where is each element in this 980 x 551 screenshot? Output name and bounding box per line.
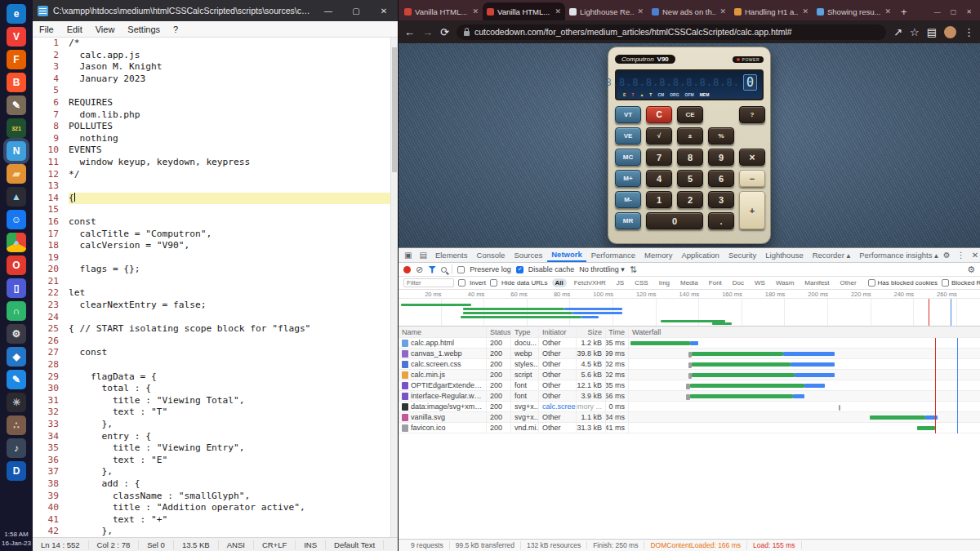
taskbar-icon[interactable]: e [7,4,26,24]
taskbar-icon[interactable]: D [7,461,26,481]
request-initiator[interactable]: Other [539,370,577,380]
code-editor[interactable]: 1 /* 2 calc.app.js 3 Jason M. Knight 4 J… [33,38,390,537]
taskbar-icon[interactable]: O [7,256,26,275]
devtools-tab[interactable]: Console [473,249,510,261]
column-type[interactable]: Type [511,327,539,337]
editor-scrollbar[interactable] [390,38,398,537]
network-request-row[interactable]: calc.screen.css 200 styles... Other 4.5 … [399,359,980,370]
taskbar-icon[interactable]: V [7,27,26,47]
network-request-row[interactable]: OPTIEdgarExtended-Regul... 200 font Othe… [399,380,980,391]
network-request-row[interactable]: interface-Regular.woff2 200 font Other 3… [399,391,980,402]
network-request-row[interactable]: data:image/svg+xml,... 200 svg+x... calc… [399,402,980,412]
devtools-corner-icon[interactable]: ✕ [972,251,978,260]
bookmark-star-icon[interactable]: ☆ [910,27,920,38]
menu-item[interactable]: ? [167,24,185,34]
column-initiator[interactable]: Initiator [539,327,577,337]
tab-close-icon[interactable]: ✕ [472,7,479,16]
browser-window-control[interactable]: ✕ [966,8,972,16]
devtools-corner-icon[interactable]: ⚙ [943,251,951,260]
request-initiator[interactable]: calc.screen... [539,402,577,411]
calc-key[interactable]: √ [646,127,672,144]
taskbar-icon[interactable]: ✳ [7,393,26,412]
network-request-row[interactable]: canvas_1.webp 200 webp Other 39.8 kB 99 … [399,349,980,359]
devtools-corner-icon[interactable]: ⋮ [957,251,965,260]
search-icon[interactable] [441,267,447,273]
network-request-row[interactable]: vanilla.svg 200 svg+x... Other 1.1 kB 34… [399,412,980,423]
window-control-button[interactable]: ✕ [370,0,398,21]
side-panel-icon[interactable]: ▤ [927,27,937,38]
filter-input[interactable] [403,278,454,287]
browser-tab[interactable]: Lighthouse Re... ✕ [565,2,648,20]
tab-close-icon[interactable]: ✕ [637,7,644,16]
devtools-tab[interactable]: Network [547,248,586,262]
scrollbar-thumb[interactable] [392,47,397,172]
import-export-icon[interactable]: ⇅ [630,265,637,274]
column-status[interactable]: Status [487,327,511,337]
browser-menu-icon[interactable]: ⋮ [964,27,974,38]
taskbar-clock[interactable]: 1:58 AM 16-Jan-23 [2,530,31,548]
table-header[interactable]: Name Status Type Initiator Size Time Wat… [399,327,980,338]
browser-window-control[interactable]: ▢ [951,8,957,16]
calc-key[interactable]: 4 [646,170,672,187]
menu-item[interactable]: Settings [121,24,167,34]
devtools-tab[interactable]: Memory [640,249,676,261]
calc-key[interactable]: 6 [708,170,734,187]
taskbar-icon[interactable]: ● [7,233,26,252]
type-filter-pill[interactable]: All [552,278,567,287]
taskbar-icon[interactable]: ▯ [7,278,26,298]
taskbar-icon[interactable]: ∩ [7,301,26,321]
extra-filter-checkbox[interactable] [942,279,949,287]
browser-window-control[interactable]: — [934,8,941,16]
device-toolbar-icon[interactable]: ▤ [416,251,430,260]
request-initiator[interactable]: Other [539,423,577,433]
column-name[interactable]: Name [399,327,487,337]
taskbar-icon[interactable]: ✎ [7,96,26,115]
calc-key[interactable]: 7 [646,149,672,166]
window-control-button[interactable]: ▢ [342,0,370,21]
invert-checkbox[interactable] [458,279,466,287]
taskbar-icon[interactable]: ♪ [7,438,26,458]
calc-key[interactable]: VE [615,127,641,144]
calc-key[interactable]: 0 [646,212,703,229]
request-initiator[interactable]: Other [539,338,577,348]
menu-item[interactable]: Edit [60,24,89,34]
browser-tab[interactable]: Vanilla HTML... ✕ [483,2,565,20]
taskbar-icon[interactable]: ☺ [7,210,26,229]
calc-key[interactable]: + [739,191,765,229]
taskbar-icon[interactable]: ▲ [7,187,26,207]
devtools-tab[interactable]: Lighthouse [761,249,807,261]
calc-key[interactable]: 1 [646,191,672,208]
type-filter-pill[interactable]: WS [751,278,768,287]
tab-close-icon[interactable]: ✕ [555,7,561,16]
type-filter-pill[interactable]: Img [656,278,673,287]
taskbar-icon[interactable]: ▰ [7,164,26,184]
taskbar-icon[interactable]: N [7,141,26,161]
taskbar-icon[interactable]: B [7,73,26,92]
column-size[interactable]: Size [577,327,606,337]
calc-key[interactable]: − [739,170,765,187]
calc-key[interactable]: M- [615,191,641,208]
network-overview[interactable] [399,299,980,327]
tab-close-icon[interactable]: ✕ [802,7,808,16]
calc-key[interactable]: M+ [615,170,641,187]
devtools-tab[interactable]: Elements [431,249,472,261]
taskbar-icon[interactable]: 321 [7,118,26,138]
inspect-element-icon[interactable]: ▣ [401,251,415,260]
request-initiator[interactable]: Other [539,380,577,390]
calc-key[interactable]: % [708,127,734,144]
calc-key[interactable]: MC [615,149,641,166]
new-tab-button[interactable]: + [895,6,913,20]
tab-close-icon[interactable]: ✕ [884,7,891,16]
notepad2-titlebar[interactable]: C:\xampp\htdocs\medium\htmlCSSCalcScript… [33,0,398,21]
type-filter-pill[interactable]: Wasm [773,278,797,287]
type-filter-pill[interactable]: Fetch/XHR [571,278,609,287]
column-time[interactable]: Time [606,327,629,337]
calc-key[interactable]: × [739,149,765,166]
calc-key[interactable]: C [646,106,672,123]
network-request-row[interactable]: favicon.ico 200 vnd.mi... Other 31.3 kB … [399,423,980,433]
menu-item[interactable]: File [33,24,60,34]
browser-tab[interactable]: Vanilla HTML... ✕ [400,2,483,20]
devtools-tab[interactable]: Performance [587,249,639,261]
editor-area[interactable]: 1 /* 2 calc.app.js 3 Jason M. Knight 4 J… [33,38,398,537]
devtools-tab[interactable]: Recorder ▴ [808,249,854,261]
